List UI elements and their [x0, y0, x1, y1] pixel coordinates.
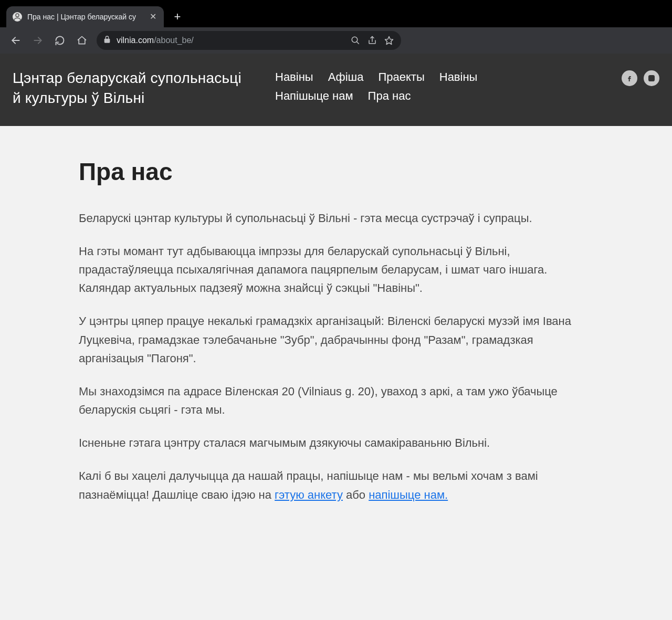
paragraph-2: На гэты момант тут адбываюцца імпрэзы дл…: [79, 242, 593, 298]
new-tab-button[interactable]: +: [169, 8, 186, 25]
page-content: Пра нас Беларускі цэнтар культуры й супо…: [0, 126, 672, 540]
nav-item-projects[interactable]: Праекты: [378, 70, 424, 84]
reload-button[interactable]: [52, 33, 67, 48]
main-nav: Навіны Афіша Праекты Навіны Напішыце нам…: [275, 68, 506, 103]
zoom-icon[interactable]: [350, 35, 361, 46]
instagram-icon[interactable]: [644, 70, 659, 86]
url-domain: vilnia.com: [117, 36, 154, 45]
nav-item-news2[interactable]: Навіны: [439, 70, 478, 84]
page-title: Пра нас: [79, 157, 593, 186]
svg-line-4: [356, 41, 359, 44]
paragraph-3: У цэнтры цяпер працуе некалькі грамадзкі…: [79, 312, 593, 367]
link-form[interactable]: гэтую анкету: [275, 488, 343, 501]
social-links: [622, 68, 659, 86]
tab-title: Пра нас | Цэнтар беларускай су: [27, 13, 144, 21]
browser-toolbar: vilnia.com/about_be/: [0, 27, 672, 54]
favicon-icon: [13, 12, 22, 22]
url-text: vilnia.com/about_be/: [117, 36, 194, 45]
star-icon[interactable]: [383, 35, 395, 46]
nav-item-contact[interactable]: Напішыце нам: [275, 89, 353, 103]
svg-marker-6: [385, 37, 393, 45]
paragraph-5: Існеньне гэтага цэнтру сталася магчымым …: [79, 434, 593, 452]
site-header: Цэнтар беларускай супольнасьці й культур…: [0, 54, 672, 126]
site-title[interactable]: Цэнтар беларускай супольнасьці й культур…: [13, 68, 244, 108]
nav-item-poster[interactable]: Афіша: [328, 70, 364, 84]
close-tab-icon[interactable]: ✕: [150, 13, 156, 21]
svg-point-8: [650, 77, 653, 80]
link-contact[interactable]: напішыце нам.: [369, 488, 448, 501]
paragraph-6: Калі б вы хацелі далучыцца да нашай прац…: [79, 467, 593, 503]
facebook-icon[interactable]: [622, 70, 637, 86]
url-path: /about_be/: [154, 36, 194, 45]
p6-text-b: або: [343, 488, 369, 501]
lock-icon: [103, 35, 111, 46]
nav-item-about[interactable]: Пра нас: [368, 89, 411, 103]
svg-point-9: [653, 76, 654, 77]
browser-tab-active[interactable]: Пра нас | Цэнтар беларускай су ✕: [6, 6, 164, 27]
svg-point-0: [16, 14, 19, 17]
tab-strip: Пра нас | Цэнтар беларускай су ✕ +: [0, 0, 672, 27]
home-button[interactable]: [75, 33, 89, 48]
svg-point-3: [352, 37, 358, 43]
nav-item-news[interactable]: Навіны: [275, 70, 313, 84]
address-bar[interactable]: vilnia.com/about_be/: [97, 31, 401, 50]
forward-button[interactable]: [30, 33, 45, 48]
share-icon[interactable]: [366, 35, 378, 46]
back-button[interactable]: [8, 33, 23, 48]
paragraph-1: Беларускі цэнтар культуры й супольнасьці…: [79, 209, 593, 227]
paragraph-4: Мы знаходзімся па адрасе Віленская 20 (V…: [79, 382, 593, 419]
browser-chrome: Пра нас | Цэнтар беларускай су ✕ + vilni…: [0, 0, 672, 54]
